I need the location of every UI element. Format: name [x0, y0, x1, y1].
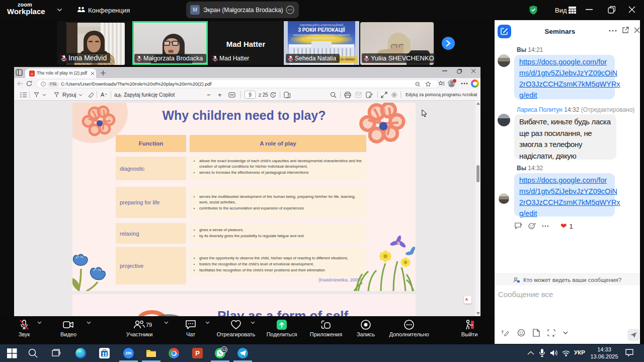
svg-text:T: T: [501, 330, 504, 335]
svg-text:i: i: [43, 82, 43, 86]
svg-text:A: A: [31, 73, 33, 76]
